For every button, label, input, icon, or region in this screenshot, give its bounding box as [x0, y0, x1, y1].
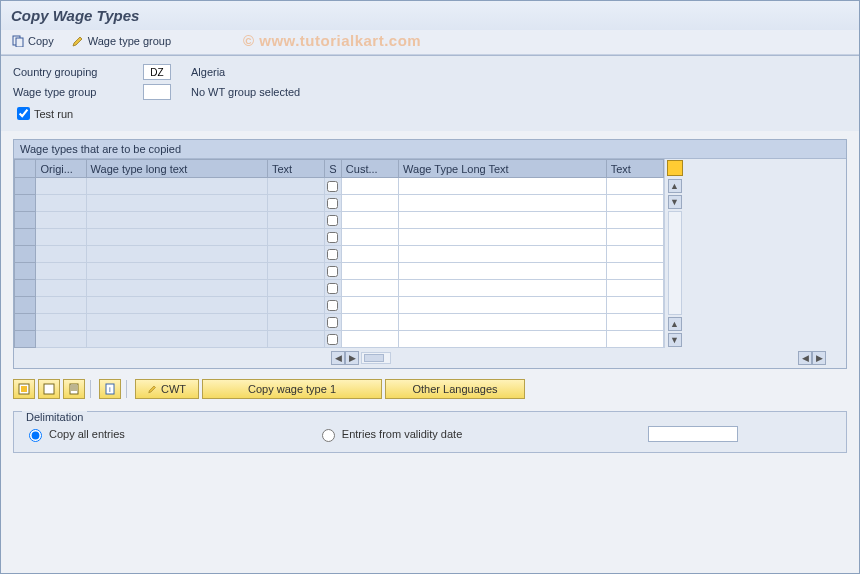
row-selector[interactable]: [15, 229, 36, 246]
table-row[interactable]: [15, 212, 664, 229]
cell-wtlt2[interactable]: [399, 331, 607, 348]
row-selector[interactable]: [15, 297, 36, 314]
deselect-all-button[interactable]: [38, 379, 60, 399]
cell-text2[interactable]: [606, 331, 663, 348]
table-row[interactable]: [15, 331, 664, 348]
cell-origi[interactable]: [36, 246, 86, 263]
cell-cust[interactable]: [341, 331, 398, 348]
cell-cust[interactable]: [341, 280, 398, 297]
s-checkbox[interactable]: [327, 198, 338, 209]
scrollbar-horizontal-1[interactable]: [361, 352, 391, 364]
copy-all-entries-radio[interactable]: Copy all entries: [24, 426, 125, 442]
wage-type-group-input[interactable]: [143, 84, 171, 100]
col-cust[interactable]: Cust...: [341, 160, 398, 178]
table-row[interactable]: [15, 246, 664, 263]
cell-text2[interactable]: [606, 229, 663, 246]
cell-wtlt2[interactable]: [399, 314, 607, 331]
s-checkbox[interactable]: [327, 283, 338, 294]
cell-cust[interactable]: [341, 314, 398, 331]
cell-wtlt2[interactable]: [399, 246, 607, 263]
copy-wage-type-1-button[interactable]: Copy wage type 1: [202, 379, 382, 399]
cell-wtlt[interactable]: [86, 195, 267, 212]
cell-text2[interactable]: [606, 212, 663, 229]
cell-text2[interactable]: [606, 297, 663, 314]
cell-origi[interactable]: [36, 195, 86, 212]
cell-wtlt[interactable]: [86, 314, 267, 331]
cell-cust[interactable]: [341, 178, 398, 195]
cell-s[interactable]: [325, 297, 342, 314]
row-selector[interactable]: [15, 246, 36, 263]
cell-wtlt2[interactable]: [399, 263, 607, 280]
scroll-down-icon[interactable]: ▼: [668, 195, 682, 209]
validity-date-input[interactable]: [648, 426, 738, 442]
configure-columns-icon[interactable]: [667, 160, 683, 176]
document-button[interactable]: [63, 379, 85, 399]
row-selector[interactable]: [15, 331, 36, 348]
cell-text[interactable]: [267, 212, 324, 229]
cell-s[interactable]: [325, 280, 342, 297]
cell-text2[interactable]: [606, 195, 663, 212]
cell-s[interactable]: [325, 246, 342, 263]
cell-text[interactable]: [267, 246, 324, 263]
cell-cust[interactable]: [341, 195, 398, 212]
cell-text2[interactable]: [606, 263, 663, 280]
row-selector[interactable]: [15, 178, 36, 195]
scroll-up2-icon[interactable]: ▲: [668, 317, 682, 331]
cell-origi[interactable]: [36, 280, 86, 297]
copy-button[interactable]: Copy: [9, 34, 57, 48]
cell-origi[interactable]: [36, 263, 86, 280]
s-checkbox[interactable]: [327, 266, 338, 277]
cell-origi[interactable]: [36, 178, 86, 195]
cell-s[interactable]: [325, 314, 342, 331]
cell-s[interactable]: [325, 263, 342, 280]
cell-wtlt2[interactable]: [399, 297, 607, 314]
entries-from-radio-input[interactable]: [322, 429, 335, 442]
scroll-up-icon[interactable]: ▲: [668, 179, 682, 193]
cell-s[interactable]: [325, 331, 342, 348]
s-checkbox[interactable]: [327, 215, 338, 226]
cell-origi[interactable]: [36, 331, 86, 348]
copy-all-radio-input[interactable]: [29, 429, 42, 442]
cell-wtlt[interactable]: [86, 280, 267, 297]
col-wtlt2[interactable]: Wage Type Long Text: [399, 160, 607, 178]
s-checkbox[interactable]: [327, 181, 338, 192]
cell-cust[interactable]: [341, 246, 398, 263]
hscroll-right-icon[interactable]: ▶: [345, 351, 359, 365]
cell-wtlt[interactable]: [86, 297, 267, 314]
cell-origi[interactable]: [36, 212, 86, 229]
cell-cust[interactable]: [341, 263, 398, 280]
table-row[interactable]: [15, 280, 664, 297]
cell-origi[interactable]: [36, 314, 86, 331]
hscroll-left-icon[interactable]: ◀: [331, 351, 345, 365]
cell-text[interactable]: [267, 297, 324, 314]
cell-wtlt[interactable]: [86, 246, 267, 263]
cell-wtlt2[interactable]: [399, 212, 607, 229]
row-selector[interactable]: [15, 212, 36, 229]
table-row[interactable]: [15, 297, 664, 314]
cell-text2[interactable]: [606, 246, 663, 263]
other-languages-button[interactable]: Other Languages: [385, 379, 525, 399]
entries-from-date-radio[interactable]: Entries from validity date: [317, 426, 462, 442]
cell-wtlt[interactable]: [86, 178, 267, 195]
cell-s[interactable]: [325, 212, 342, 229]
col-origi[interactable]: Origi...: [36, 160, 86, 178]
cell-text[interactable]: [267, 331, 324, 348]
cell-text[interactable]: [267, 229, 324, 246]
cell-text2[interactable]: [606, 280, 663, 297]
s-checkbox[interactable]: [327, 232, 338, 243]
col-text2[interactable]: Text: [606, 160, 663, 178]
s-checkbox[interactable]: [327, 249, 338, 260]
cell-cust[interactable]: [341, 297, 398, 314]
wage-types-table[interactable]: Origi... Wage type long text Text S Cust…: [14, 159, 664, 348]
cell-origi[interactable]: [36, 229, 86, 246]
country-grouping-input[interactable]: [143, 64, 171, 80]
cell-s[interactable]: [325, 195, 342, 212]
scrollbar-vertical[interactable]: [668, 211, 682, 315]
s-checkbox[interactable]: [327, 317, 338, 328]
test-run-checkbox[interactable]: [17, 107, 30, 120]
cell-wtlt2[interactable]: [399, 280, 607, 297]
cell-wtlt[interactable]: [86, 263, 267, 280]
cell-text2[interactable]: [606, 178, 663, 195]
cwt-button[interactable]: CWT: [135, 379, 199, 399]
wage-type-group-button[interactable]: Wage type group: [69, 34, 174, 48]
